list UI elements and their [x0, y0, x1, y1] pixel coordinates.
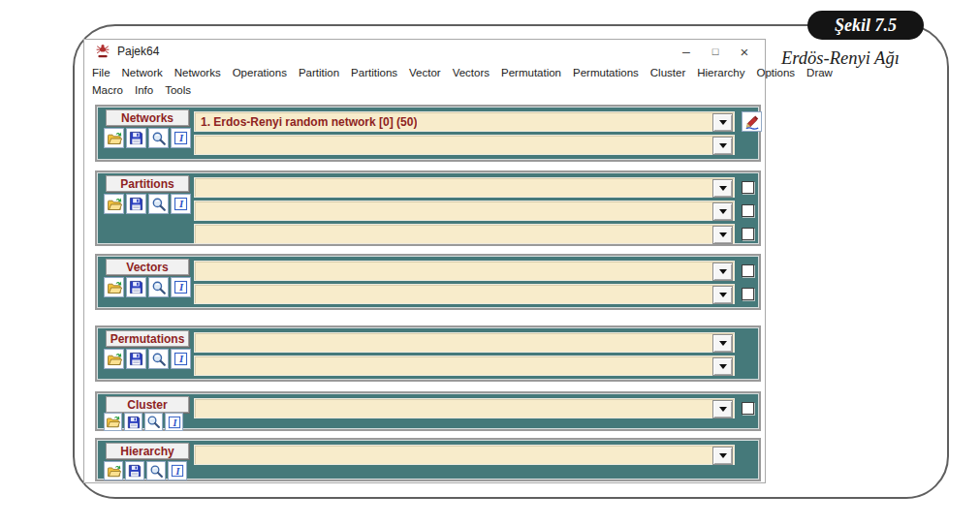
- menu-permutation[interactable]: Permutation: [501, 65, 561, 80]
- cluster-toolbar: [104, 413, 183, 431]
- menu-file[interactable]: File: [92, 65, 111, 80]
- menu-partitions[interactable]: Partitions: [351, 65, 397, 80]
- minimize-button[interactable]: –: [672, 44, 701, 59]
- partition-row-3: [194, 224, 754, 244]
- partitions-save-button[interactable]: [126, 194, 146, 214]
- info-icon: [168, 416, 181, 429]
- cluster-info-button[interactable]: [165, 413, 183, 431]
- permutation-dropdown-1-arrow[interactable]: [712, 334, 733, 353]
- network-row-2: [194, 135, 762, 155]
- permutation-row-1: [194, 332, 735, 353]
- menu-network[interactable]: Network: [122, 65, 163, 80]
- vectors-find-button[interactable]: [148, 277, 169, 297]
- partition-dropdown-2[interactable]: [194, 201, 735, 221]
- cluster-checkbox-1[interactable]: [742, 402, 754, 415]
- partition-dropdown-1[interactable]: [194, 177, 735, 198]
- cluster-save-button[interactable]: [124, 413, 142, 431]
- permutation-dropdown-2-arrow[interactable]: [712, 357, 733, 376]
- pencil-edit-icon: [744, 114, 760, 130]
- menu-vectors[interactable]: Vectors: [453, 65, 490, 80]
- folder-open-icon: [107, 352, 122, 367]
- cluster-dropdown-1[interactable]: [194, 398, 735, 418]
- section-cluster: Cluster: [95, 391, 761, 431]
- menu-info[interactable]: Info: [135, 82, 153, 98]
- menu-networks[interactable]: Networks: [174, 65, 221, 80]
- vectors-open-button[interactable]: [104, 277, 124, 297]
- menu-operations[interactable]: Operations: [233, 65, 287, 80]
- networks-toolbar: [104, 128, 191, 148]
- folder-open-icon: [107, 131, 122, 146]
- menu-macro[interactable]: Macro: [92, 82, 123, 98]
- vector-dropdown-1-arrow[interactable]: [712, 263, 733, 281]
- info-icon: [174, 280, 188, 294]
- network-dropdown-1-arrow[interactable]: [712, 113, 733, 132]
- networks-info-button[interactable]: [171, 128, 191, 148]
- menu-cluster[interactable]: Cluster: [650, 65, 685, 80]
- partition-dropdown-2-arrow[interactable]: [712, 202, 733, 221]
- partition-checkbox-2[interactable]: [742, 204, 754, 217]
- hierarchy-open-button[interactable]: [104, 461, 123, 480]
- vectors-save-button[interactable]: [126, 277, 146, 297]
- chevron-down-icon: [719, 120, 727, 125]
- network-dropdown-2[interactable]: [194, 135, 735, 155]
- permutations-find-button[interactable]: [148, 349, 169, 369]
- hierarchy-dropdown-1[interactable]: [194, 445, 735, 465]
- partitions-open-button[interactable]: [104, 194, 124, 214]
- vector-dropdown-1[interactable]: [194, 261, 735, 281]
- hierarchy-save-button[interactable]: [125, 461, 144, 480]
- vector-checkbox-1[interactable]: [742, 264, 754, 277]
- vectors-info-button[interactable]: [171, 277, 191, 297]
- cluster-dropdown-1-arrow[interactable]: [712, 400, 733, 418]
- cluster-find-button[interactable]: [144, 413, 163, 431]
- permutations-info-button[interactable]: [171, 349, 191, 369]
- permutation-dropdown-2[interactable]: [194, 356, 735, 376]
- hierarchy-dropdown-1-arrow[interactable]: [712, 447, 733, 465]
- menu-permutations[interactable]: Permutations: [573, 65, 639, 80]
- partitions-rows: [194, 177, 754, 244]
- hierarchy-info-button[interactable]: [168, 461, 187, 480]
- network-dropdown-1[interactable]: 1. Erdos-Renyi random network [0] (50): [194, 111, 735, 132]
- networks-open-button[interactable]: [104, 128, 124, 148]
- partitions-find-button[interactable]: [148, 194, 169, 214]
- magnifier-icon: [151, 131, 167, 146]
- figure-caption: Erdös-Renyi Ağı: [781, 48, 951, 69]
- permutation-dropdown-1[interactable]: [194, 332, 735, 353]
- permutations-save-button[interactable]: [126, 349, 146, 369]
- vector-checkbox-2[interactable]: [742, 288, 754, 300]
- close-button[interactable]: ×: [730, 44, 759, 60]
- partition-checkbox-1[interactable]: [742, 181, 754, 194]
- magnifier-icon: [149, 464, 164, 479]
- maximize-button[interactable]: □: [701, 46, 730, 57]
- folder-open-icon: [107, 464, 121, 479]
- hierarchy-find-button[interactable]: [146, 461, 166, 480]
- magnifier-icon: [151, 280, 167, 295]
- network-dropdown-2-arrow[interactable]: [712, 137, 733, 155]
- permutations-open-button[interactable]: [104, 349, 124, 369]
- vector-dropdown-2[interactable]: [194, 284, 735, 304]
- menu-tools[interactable]: Tools: [165, 82, 191, 98]
- menubar: File Network Networks Operations Partiti…: [89, 64, 762, 99]
- network-edit-button[interactable]: [742, 111, 762, 132]
- cluster-open-button[interactable]: [104, 413, 122, 431]
- networks-label: Networks: [106, 109, 189, 126]
- chevron-down-icon: [719, 143, 727, 148]
- menu-hierarchy[interactable]: Hierarchy: [697, 65, 744, 80]
- partitions-toolbar: [104, 194, 191, 214]
- partition-checkbox-3[interactable]: [742, 228, 754, 240]
- partition-dropdown-1-arrow[interactable]: [712, 179, 733, 198]
- magnifier-icon: [151, 352, 167, 367]
- magnifier-icon: [151, 197, 167, 212]
- info-icon: [171, 464, 184, 478]
- info-icon: [174, 131, 188, 145]
- chevron-down-icon: [719, 453, 727, 458]
- networks-find-button[interactable]: [148, 128, 169, 148]
- partitions-info-button[interactable]: [171, 194, 191, 214]
- figure-tag-label: Şekil 7.5: [835, 15, 897, 36]
- cluster-label: Cluster: [106, 396, 189, 413]
- partition-dropdown-3-arrow[interactable]: [712, 226, 733, 244]
- networks-save-button[interactable]: [126, 128, 146, 148]
- partition-dropdown-3[interactable]: [194, 224, 735, 244]
- menu-vector[interactable]: Vector: [409, 65, 441, 80]
- vector-dropdown-2-arrow[interactable]: [712, 286, 733, 304]
- menu-partition[interactable]: Partition: [299, 65, 339, 80]
